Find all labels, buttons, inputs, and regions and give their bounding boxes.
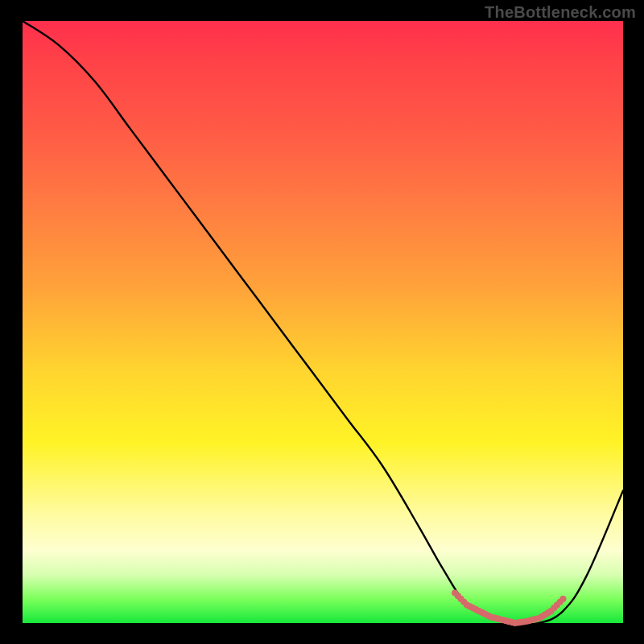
watermark-text: TheBottleneck.com [485, 3, 636, 22]
plot-area [23, 21, 623, 623]
curve-svg [23, 21, 623, 623]
bottleneck-curve [23, 21, 623, 625]
chart-stage: TheBottleneck.com [0, 0, 644, 644]
marker-dot [559, 596, 566, 602]
